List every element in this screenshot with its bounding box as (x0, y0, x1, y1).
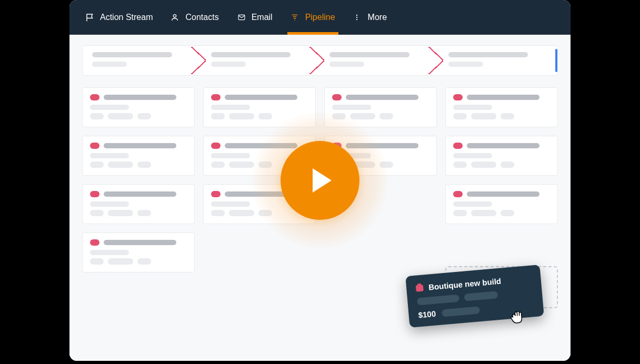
pipeline-column (82, 87, 195, 272)
deal-card[interactable] (82, 136, 195, 176)
deal-card[interactable] (445, 87, 558, 127)
placeholder-line (92, 62, 127, 67)
deal-badge (211, 143, 221, 149)
nav-pipeline[interactable]: Pipeline (291, 0, 335, 35)
placeholder-chip (379, 113, 393, 119)
deal-card[interactable] (445, 184, 558, 224)
placeholder-chip (137, 258, 151, 265)
placeholder-chip (108, 161, 133, 168)
deal-card[interactable] (445, 136, 558, 176)
deal-title: Boutique new build (428, 277, 501, 292)
pipeline-stage[interactable] (202, 46, 321, 75)
top-nav: Action Stream Contacts Email Pipeline Mo (69, 0, 571, 35)
nav-label: Email (252, 13, 273, 22)
pipeline-stage[interactable] (320, 46, 439, 75)
placeholder-chip (453, 161, 467, 168)
placeholder-line (211, 52, 291, 57)
placeholder-chip (464, 291, 498, 301)
dots-vertical-icon (353, 13, 363, 22)
placeholder-line (211, 105, 250, 110)
pipeline-stage-header (82, 45, 558, 76)
deal-badge (90, 94, 99, 100)
placeholder-chip (471, 113, 496, 119)
funnel-icon (291, 13, 300, 22)
placeholder-line (211, 153, 250, 158)
svg-point-2 (356, 15, 357, 16)
placeholder-chip (229, 161, 254, 168)
play-video-overlay[interactable] (252, 112, 388, 249)
pipeline-stage[interactable] (439, 46, 558, 75)
placeholder-chip (471, 161, 496, 168)
nav-email[interactable]: Email (237, 0, 273, 35)
deal-badge (90, 191, 99, 197)
nav-action-stream[interactable]: Action Stream (85, 0, 153, 35)
placeholder-chip (108, 210, 133, 216)
deal-card[interactable] (82, 87, 195, 127)
nav-label: Contacts (185, 13, 218, 22)
placeholder-chip (229, 113, 254, 119)
placeholder-chip (442, 306, 480, 317)
pipeline-stage[interactable] (83, 46, 202, 75)
play-button[interactable] (281, 141, 359, 220)
placeholder-chip (137, 210, 151, 216)
placeholder-line (90, 250, 129, 255)
deal-card[interactable] (82, 232, 195, 272)
deal-badge (211, 191, 221, 197)
nav-label: Action Stream (100, 13, 153, 22)
placeholder-line (448, 62, 483, 67)
placeholder-line (104, 143, 176, 148)
briefcase-icon (416, 285, 424, 291)
placeholder-line (329, 62, 364, 67)
placeholder-chip (108, 258, 133, 265)
placeholder-line (211, 62, 246, 67)
placeholder-line (104, 95, 176, 100)
placeholder-chip (211, 161, 225, 168)
placeholder-line (467, 95, 539, 100)
placeholder-line (90, 153, 129, 158)
deal-badge (90, 239, 99, 246)
deal-badge (453, 143, 463, 149)
placeholder-chip (501, 210, 514, 216)
placeholder-line (332, 105, 371, 110)
placeholder-line (104, 240, 176, 245)
placeholder-line (346, 95, 418, 100)
deal-card[interactable] (82, 184, 195, 224)
placeholder-chip (471, 210, 496, 216)
pipeline-column (445, 87, 558, 272)
placeholder-chip (137, 113, 151, 119)
placeholder-chip (108, 113, 133, 119)
placeholder-chip (501, 113, 514, 119)
placeholder-chip (137, 161, 151, 168)
placeholder-line (92, 52, 172, 57)
placeholder-chip (90, 113, 104, 119)
placeholder-line (104, 191, 176, 197)
deal-badge (453, 191, 463, 197)
placeholder-chip (90, 161, 104, 168)
placeholder-chip (453, 210, 467, 216)
placeholder-chip (211, 113, 225, 119)
svg-point-4 (356, 19, 357, 20)
deal-badge (90, 143, 99, 149)
svg-point-3 (356, 17, 357, 18)
play-icon (309, 166, 335, 195)
placeholder-line (211, 201, 250, 207)
placeholder-chip (417, 295, 459, 306)
nav-label: More (368, 13, 387, 22)
placeholder-line (90, 201, 129, 207)
placeholder-line (329, 52, 409, 57)
placeholder-line (453, 201, 492, 207)
nav-more[interactable]: More (353, 0, 387, 35)
nav-label: Pipeline (305, 13, 335, 22)
placeholder-chip (350, 113, 375, 119)
svg-point-0 (174, 15, 176, 17)
flag-icon (85, 13, 95, 22)
placeholder-chip (229, 210, 254, 216)
deal-badge (453, 94, 463, 100)
envelope-icon (237, 13, 246, 22)
placeholder-chip (211, 210, 225, 216)
app-window: Action Stream Contacts Email Pipeline Mo (69, 0, 571, 361)
grab-cursor-icon (507, 307, 526, 327)
person-icon (171, 13, 180, 22)
nav-contacts[interactable]: Contacts (171, 0, 218, 35)
placeholder-chip (453, 113, 467, 119)
